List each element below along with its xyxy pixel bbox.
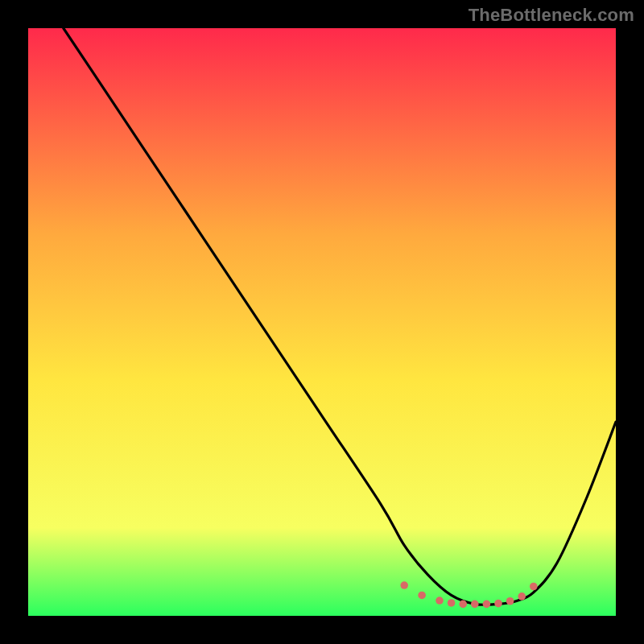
marker-point xyxy=(471,601,479,609)
marker-point xyxy=(483,601,491,609)
marker-point xyxy=(448,599,456,607)
marker-point xyxy=(530,583,538,591)
watermark-text: TheBottleneck.com xyxy=(469,5,634,26)
chart-frame: TheBottleneck.com xyxy=(0,0,644,644)
marker-point xyxy=(518,592,526,601)
plot-area xyxy=(28,28,616,616)
gradient-background xyxy=(28,28,616,616)
marker-point xyxy=(459,601,467,609)
marker-point xyxy=(506,597,514,605)
marker-point xyxy=(436,597,444,605)
marker-point xyxy=(494,600,502,608)
marker-point xyxy=(418,592,426,600)
marker-point xyxy=(400,581,408,589)
chart-svg xyxy=(28,28,616,616)
